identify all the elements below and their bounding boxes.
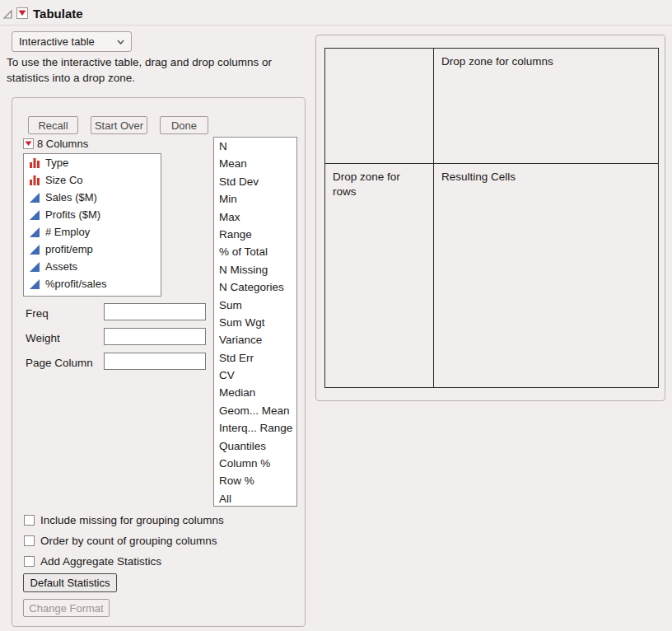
column-label: profit/emp: [45, 243, 93, 255]
checkbox-label: Add Aggregate Statistics: [40, 555, 161, 568]
done-button[interactable]: Done: [160, 116, 208, 134]
checkbox-label: Include missing for grouping columns: [40, 514, 224, 526]
stat-item[interactable]: Sum Wgt: [214, 314, 296, 331]
stat-item[interactable]: Geom... Mean: [214, 402, 296, 419]
control-panel: Recall Start Over Done 8 Columns Type Si…: [12, 97, 306, 627]
freq-input[interactable]: [104, 303, 206, 320]
stat-item[interactable]: N Missing: [214, 261, 296, 278]
stat-item[interactable]: Sum: [214, 297, 296, 314]
page-title: Tabulate: [33, 7, 83, 21]
stat-item[interactable]: Range: [214, 226, 296, 243]
tabulate-window: Tabulate Interactive table To use the in…: [0, 0, 672, 631]
drop-zone-rows[interactable]: Drop zone for rows: [325, 164, 434, 387]
start-over-button[interactable]: Start Over: [91, 116, 147, 134]
stat-item[interactable]: N Categories: [214, 278, 296, 296]
nominal-bars-icon: [29, 157, 40, 169]
page-column-label: Page Column: [26, 355, 108, 372]
stat-item[interactable]: N: [214, 138, 296, 155]
checkbox-add-aggregate-statistics[interactable]: Add Aggregate Statistics: [24, 554, 161, 568]
stat-item[interactable]: % of Total: [214, 243, 296, 260]
continuous-triangle-icon: [29, 227, 40, 238]
weight-label: Weight: [26, 330, 108, 347]
red-triangle-menu-icon[interactable]: [23, 138, 34, 149]
continuous-triangle-icon: [29, 261, 40, 273]
column-label: Profits ($M): [45, 208, 100, 221]
stat-item[interactable]: Quantiles: [214, 437, 296, 455]
report-header: Tabulate: [0, 0, 672, 26]
instruction-text: To use the interactive table, drag and d…: [7, 54, 310, 86]
column-label: %profit/sales: [45, 278, 106, 290]
checkbox-box[interactable]: [24, 515, 35, 526]
column-item[interactable]: Type: [24, 154, 161, 171]
statistics-list: N Mean Std Dev Min Max Range % of Total …: [213, 137, 297, 507]
table-type-value: Interactive table: [19, 35, 95, 48]
stat-item[interactable]: Min: [214, 190, 296, 208]
page-column-input[interactable]: [104, 353, 206, 370]
column-label: Assets: [45, 260, 77, 273]
column-label: Type: [45, 157, 68, 169]
column-label: Sales ($M): [45, 191, 97, 203]
stat-item[interactable]: Std Err: [214, 349, 296, 367]
continuous-triangle-icon: [29, 192, 40, 203]
column-item[interactable]: %profit/sales: [24, 275, 161, 292]
freq-label: Freq: [26, 306, 108, 322]
drop-zone-columns[interactable]: Drop zone for columns: [434, 49, 658, 164]
checkbox-order-by-count[interactable]: Order by count of grouping columns: [24, 534, 217, 547]
recall-button[interactable]: Recall: [28, 116, 78, 134]
stat-item[interactable]: Max: [214, 208, 296, 226]
columns-count-label: 8 Columns: [37, 138, 88, 150]
checkbox-box[interactable]: [24, 556, 35, 567]
stat-item[interactable]: Interq... Range: [214, 419, 296, 437]
column-item[interactable]: profit/emp: [24, 241, 161, 258]
table-type-dropdown[interactable]: Interactive table: [12, 31, 132, 52]
drop-zone-panel: Drop zone for columns Drop zone for rows…: [315, 35, 665, 401]
continuous-triangle-icon: [29, 278, 40, 290]
change-format-button[interactable]: Change Format: [23, 599, 110, 617]
corner-cell: [325, 49, 434, 164]
stat-item[interactable]: Variance: [214, 331, 296, 348]
column-list: Type Size Co Sales ($M) Profits ($M) # E…: [23, 153, 161, 297]
stat-item[interactable]: Mean: [214, 155, 296, 172]
column-label: Size Co: [45, 174, 83, 186]
stat-item[interactable]: Std Dev: [214, 173, 296, 190]
columns-header: 8 Columns: [23, 137, 88, 150]
resulting-cells-zone[interactable]: Resulting Cells: [434, 164, 658, 387]
nominal-bars-icon: [29, 175, 40, 186]
column-item[interactable]: # Employ: [24, 223, 161, 241]
continuous-triangle-icon: [29, 209, 40, 221]
drop-zone-table: Drop zone for columns Drop zone for rows…: [324, 48, 659, 388]
stat-item[interactable]: Row %: [214, 472, 296, 489]
column-item[interactable]: Assets: [24, 258, 161, 275]
column-item[interactable]: Profits ($M): [24, 206, 161, 223]
column-label: # Employ: [45, 226, 90, 238]
red-triangle-menu-icon[interactable]: [16, 7, 28, 19]
disclosure-triangle-icon[interactable]: [2, 9, 13, 20]
column-item[interactable]: Size Co: [24, 171, 161, 189]
checkbox-include-missing[interactable]: Include missing for grouping columns: [24, 513, 224, 526]
stat-item[interactable]: All: [214, 490, 296, 507]
chevron-down-icon: [117, 37, 124, 46]
weight-input[interactable]: [104, 328, 206, 345]
stat-item[interactable]: Median: [214, 384, 296, 401]
continuous-triangle-icon: [29, 244, 40, 255]
checkbox-label: Order by count of grouping columns: [40, 535, 217, 547]
default-statistics-button[interactable]: Default Statistics: [23, 573, 117, 592]
stat-item[interactable]: CV: [214, 367, 296, 384]
column-item[interactable]: Sales ($M): [24, 189, 161, 206]
stat-item[interactable]: Column %: [214, 455, 296, 472]
checkbox-box[interactable]: [24, 535, 35, 546]
